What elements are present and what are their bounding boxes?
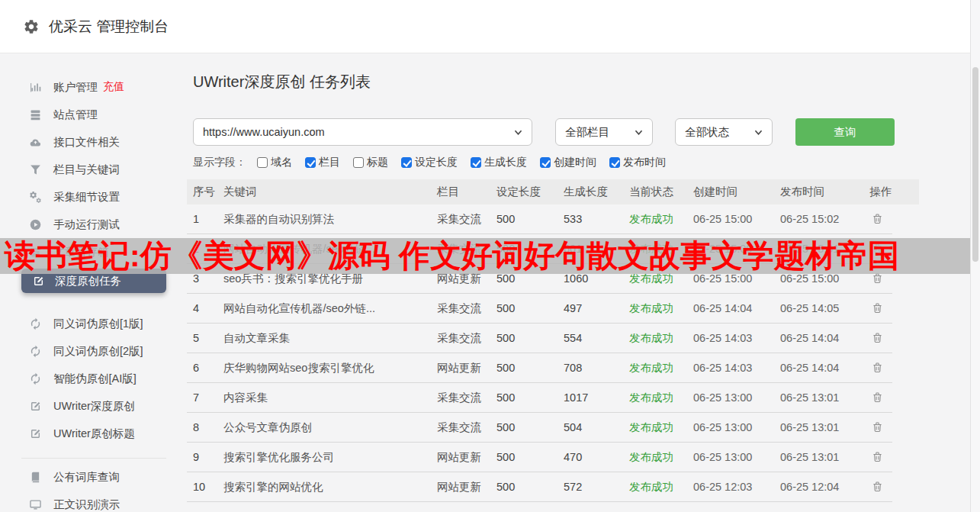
row-gen-length: 1060 [557,272,623,285]
field-label: 域名 [271,156,292,169]
app-title: 优采云 管理控制台 [49,17,169,37]
table-row: 7 内容采集 采集交流 500 1017 发布成功 06-25 13:00 06… [187,383,892,413]
sidebar-item-columns-keywords[interactable]: 栏目与关键词 [0,156,183,183]
top-header-bar: 优采云 管理控制台 [0,0,980,53]
sidebar-item-synonym-v2[interactable]: 同义词伪原创[2版] [0,337,183,365]
play-circle-icon [29,218,42,231]
sidebar-divider [21,458,166,459]
field-toggle-domain[interactable]: 域名 [257,156,292,169]
table-row: 4 网站自动化宣传机器/seo外链... 采集交流 500 497 发布成功 0… [187,294,892,324]
trash-icon [871,450,884,463]
scrollbar-thumb[interactable] [972,67,978,262]
sidebar-item-label: 智能伪原创[AI版] [53,372,137,386]
vertical-scrollbar[interactable] [970,0,980,512]
sidebar-item-label: 正文识别演示 [53,498,120,512]
field-toggle-created-time[interactable]: 创建时间 [540,156,596,169]
row-publish-time: 06-25 14:04 [774,362,860,374]
table-row: 1 采集器的自动识别算法 采集交流 500 533 发布成功 06-25 15:… [187,204,892,234]
row-publish-time: 06-25 13:01 [774,421,860,433]
gears-icon [29,191,42,204]
sidebar-item-collect-settings[interactable]: 采集细节设置 [0,183,183,211]
delete-button[interactable] [869,449,885,465]
row-status: 发布成功 [623,391,687,405]
field-toggle-set-length[interactable]: 设定长度 [401,156,458,169]
sidebar-item-manual-test[interactable]: 手动运行测试 [0,211,183,238]
main-content: UWriter深度原创 任务列表 https://www.ucaiyun.com… [187,53,969,502]
row-set-length: 500 [490,302,557,314]
row-keyword: 搜索引擎的网站优化 [217,480,431,494]
row-status: 发布成功 [623,331,687,346]
sidebar-item-ai-rewrite[interactable]: 智能伪原创[AI版] [0,365,183,392]
row-keyword: 自动文章采集 [217,331,431,346]
sidebar-item-label: 账户管理 [53,80,98,95]
row-set-length: 500 [490,421,557,433]
header-seq: 序号 [187,185,217,199]
refresh-icon [29,345,42,358]
delete-button[interactable] [869,478,885,494]
status-filter-select[interactable]: 全部状态 [675,118,773,146]
row-column: 采集交流 [431,420,490,435]
sidebar-item-uwriter-deep-original[interactable]: UWriter深度原创 [0,392,183,420]
checkbox[interactable] [401,157,412,168]
delete-button[interactable] [869,419,885,435]
row-created-time: 06-25 13:00 [687,421,774,433]
row-set-length: 500 [490,213,557,225]
field-label: 设定长度 [415,156,458,169]
column-filter-select[interactable]: 全部栏目 [555,118,653,146]
book-icon [29,471,42,484]
sidebar-item-content-recognition-demo[interactable]: 正文识别演示 [0,491,183,512]
delete-button[interactable] [869,211,885,227]
row-column: 采集交流 [431,331,490,346]
field-toggle-title[interactable]: 标题 [353,156,388,169]
trash-icon [871,212,884,225]
row-set-length: 500 [490,272,557,285]
sidebar-item-uwriter-original-title[interactable]: UWriter原创标题 [0,420,183,447]
row-gen-length: 504 [557,421,623,433]
row-created-time: 06-25 15:00 [687,213,774,225]
sidebar-item-sites[interactable]: 站点管理 [0,101,183,128]
field-toggle-column[interactable]: 栏目 [305,156,340,169]
row-keyword: 采集器的自动识别算法 [217,212,431,227]
row-seq: 8 [187,421,217,433]
site-select[interactable]: https://www.ucaiyun.com [193,118,532,146]
delete-button[interactable] [869,389,885,405]
row-created-time: 06-25 14:03 [687,332,774,344]
sidebar-item-synonym-v1[interactable]: 同义词伪原创[1版] [0,310,183,337]
checkbox[interactable] [353,157,364,168]
refresh-icon [29,317,42,330]
row-status: 发布成功 [623,420,687,435]
sidebar-item-label: 同义词伪原创[2版] [53,344,143,359]
delete-button[interactable] [869,359,885,375]
row-keyword: 网站自动化宣传机器/seo外链... [217,301,431,316]
row-gen-length: 572 [557,481,623,493]
row-column: 采集交流 [431,391,490,405]
checkbox[interactable] [471,157,481,168]
checkbox[interactable] [540,157,551,168]
field-toggle-publish-time[interactable]: 发布时间 [609,156,666,169]
sidebar-nav: 账户管理 充值 站点管理 接口文件相关 栏目与关键词 采集细节设置 手动运行测试… [0,53,183,512]
sidebar-item-public-dictionary[interactable]: 公有词库查询 [0,463,183,491]
banner-text: 读书笔记:仿《美文网》源码 作文好词好句散文故事文学题材帝国 [5,238,899,274]
sidebar-item-label: 采集细节设置 [53,190,120,204]
bar-chart-icon [29,81,42,94]
checkbox[interactable] [305,157,316,168]
row-column: 网站更新 [431,480,490,494]
checkbox[interactable] [257,157,268,168]
delete-button[interactable] [869,300,885,316]
header-column: 栏目 [431,185,490,199]
row-seq: 5 [187,332,217,344]
query-button[interactable]: 查询 [795,118,895,146]
field-toggle-gen-length[interactable]: 生成长度 [471,156,527,169]
row-column: 采集交流 [431,212,490,227]
checkbox[interactable] [609,157,620,168]
sidebar-item-interface-files[interactable]: 接口文件相关 [0,128,183,156]
header-keyword: 关键词 [217,185,431,199]
overlay-watermark-banner: 读书笔记:仿《美文网》源码 作文好词好句散文故事文学题材帝国 [0,238,970,274]
trash-icon [871,480,884,493]
table-row: 8 公众号文章伪原创 采集交流 500 504 发布成功 06-25 13:00… [187,413,892,443]
row-column: 网站更新 [431,450,490,465]
recharge-link[interactable]: 充值 [103,80,124,94]
table-row: 9 搜索引擎优化服务公司 网站更新 500 470 发布成功 06-25 13:… [187,443,892,472]
sidebar-item-account[interactable]: 账户管理 充值 [0,73,183,101]
delete-button[interactable] [869,330,885,346]
